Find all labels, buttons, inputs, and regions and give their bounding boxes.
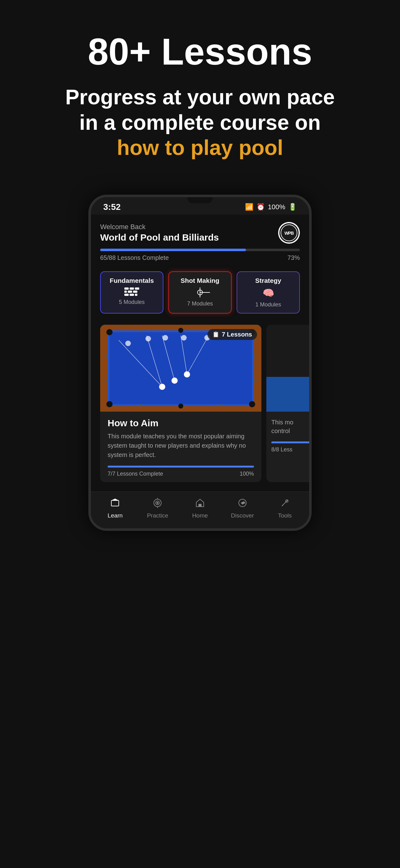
- learn-icon: [110, 498, 120, 510]
- module-strategy-title: Strategy: [255, 277, 281, 284]
- wifi-icon: 📶: [245, 203, 253, 211]
- home-label: Home: [192, 512, 208, 519]
- lesson-progress-labels-1: 7/7 Lessons Complete 100%: [108, 471, 254, 477]
- progress-section: 65/88 Lessons Complete 73%: [91, 249, 309, 266]
- progress-bar-fill: [100, 249, 246, 251]
- phone-frame: 3:52 📶 ⏰ 100% 🔋 Welcome Back World of Po…: [88, 195, 312, 531]
- module-card-strategy[interactable]: Strategy 🧠 1 Modules: [237, 271, 300, 314]
- nav-item-tools[interactable]: Tools: [264, 498, 306, 519]
- svg-point-18: [254, 379, 257, 382]
- hero-subtitle: Progress at your own pace in a complete …: [19, 85, 381, 160]
- alarm-icon: ⏰: [257, 203, 265, 211]
- header-logo[interactable]: WPB: [278, 222, 300, 244]
- header-left: Welcome Back World of Pool and Billiards: [100, 223, 219, 243]
- svg-line-47: [282, 505, 283, 506]
- progress-percent: 73%: [288, 254, 300, 261]
- badge-text: 7 Lessons: [222, 331, 252, 338]
- lessons-cards[interactable]: 📋 7 Lessons How to Aim This module teach…: [91, 318, 309, 482]
- battery-text: 100%: [268, 203, 285, 211]
- partial-progress-fill: [271, 441, 309, 443]
- crosshair-icon: [195, 287, 205, 298]
- partial-text-1: This mo: [271, 419, 293, 426]
- partial-text-2: control: [271, 428, 290, 434]
- svg-point-14: [220, 404, 222, 407]
- nav-item-learn[interactable]: Learn: [94, 498, 136, 519]
- partial-img-blue: [266, 377, 309, 412]
- partial-progress-bar: [271, 441, 309, 443]
- lesson-card-1[interactable]: 📋 7 Lessons How to Aim This module teach…: [100, 325, 261, 482]
- svg-point-5: [106, 329, 112, 335]
- fundamentals-icon: [124, 287, 139, 296]
- svg-point-11: [139, 330, 142, 332]
- progress-labels: 65/88 Lessons Complete 73%: [100, 254, 300, 261]
- hero-subtitle-line2: in a complete course on: [79, 111, 321, 134]
- practice-label: Practice: [147, 512, 168, 519]
- tools-label: Tools: [278, 512, 292, 519]
- practice-icon: [153, 498, 163, 510]
- svg-point-30: [181, 335, 187, 341]
- module-fundamentals-title: Fundamentals: [110, 277, 154, 284]
- svg-point-15: [105, 354, 108, 357]
- svg-point-28: [145, 336, 151, 341]
- module-card-shot-making[interactable]: Shot Making 7 Modules: [168, 271, 232, 314]
- phone-notch: [188, 197, 212, 203]
- progress-bar-container: [100, 249, 300, 251]
- svg-rect-40: [199, 504, 201, 507]
- lessons-complete-label: 65/88 Lessons Complete: [100, 254, 169, 261]
- hero-title: 80+ Lessons: [19, 31, 381, 72]
- discover-icon: [237, 498, 247, 510]
- partial-desc: This mo control: [271, 418, 309, 435]
- module-shot-making-title: Shot Making: [181, 277, 220, 284]
- logo-svg: WPB: [280, 224, 298, 242]
- welcome-text: Welcome Back: [100, 223, 219, 231]
- svg-point-10: [178, 404, 183, 408]
- lesson-progress-bar-1: [108, 466, 254, 468]
- svg-rect-32: [111, 500, 119, 506]
- nav-item-home[interactable]: Home: [179, 498, 222, 519]
- svg-text:WPB: WPB: [284, 231, 294, 236]
- status-icons: 📶 ⏰ 100% 🔋: [245, 203, 297, 211]
- nav-item-discover[interactable]: Discover: [221, 498, 264, 519]
- nav-item-practice[interactable]: Practice: [136, 498, 179, 519]
- learn-label: Learn: [108, 512, 123, 519]
- svg-point-36: [157, 502, 158, 503]
- lesson-progress-fill-1: [108, 466, 254, 468]
- strategy-icon: 🧠: [263, 287, 274, 298]
- svg-point-29: [163, 335, 168, 341]
- hero-section: 80+ Lessons Progress at your own pace in…: [0, 0, 400, 182]
- svg-point-7: [106, 401, 112, 407]
- lesson-progress-pct: 100%: [240, 471, 254, 477]
- svg-point-8: [249, 401, 255, 407]
- module-strategy-count: 1 Modules: [255, 302, 281, 308]
- tools-icon: [280, 498, 290, 510]
- svg-point-43: [242, 502, 243, 503]
- lesson-card-image-1: 📋 7 Lessons: [100, 325, 261, 412]
- module-card-fundamentals[interactable]: Fundamentals: [100, 271, 163, 314]
- lesson-card-body-1: How to Aim This module teaches you the m…: [100, 412, 261, 482]
- app-title: World of Pool and Billiards: [100, 232, 219, 243]
- badge-icon: 📋: [212, 331, 219, 338]
- app-header: Welcome Back World of Pool and Billiards…: [91, 215, 309, 249]
- lesson-card-2[interactable]: This mo control 8/8 Less: [266, 325, 309, 482]
- modules-row: Fundamentals: [91, 266, 309, 318]
- lesson-card-partial-body: This mo control 8/8 Less: [266, 412, 309, 458]
- home-icon: [195, 498, 205, 510]
- svg-point-16: [105, 379, 108, 382]
- status-time: 3:52: [103, 202, 121, 212]
- discover-label: Discover: [231, 512, 254, 519]
- module-fundamentals-count: 5 Modules: [119, 299, 144, 306]
- screen-content: Welcome Back World of Pool and Billiards…: [91, 215, 309, 528]
- partial-lessons-label: 8/8 Less: [271, 446, 292, 453]
- battery-icon: 🔋: [288, 203, 297, 211]
- shot-making-icon: [195, 287, 205, 298]
- logo-inner: WPB: [279, 223, 299, 243]
- svg-point-17: [254, 354, 257, 357]
- partial-img-dark: [266, 325, 309, 377]
- lesson-progress-complete: 7/7 Lessons Complete: [108, 471, 163, 477]
- svg-rect-4: [109, 332, 252, 404]
- lesson-card-desc-1: This module teaches you the most popular…: [108, 432, 254, 460]
- svg-marker-33: [111, 499, 119, 500]
- lesson-card-title-1: How to Aim: [108, 418, 254, 428]
- brick-icon: [124, 287, 139, 296]
- lesson-badge-1: 📋 7 Lessons: [207, 329, 257, 340]
